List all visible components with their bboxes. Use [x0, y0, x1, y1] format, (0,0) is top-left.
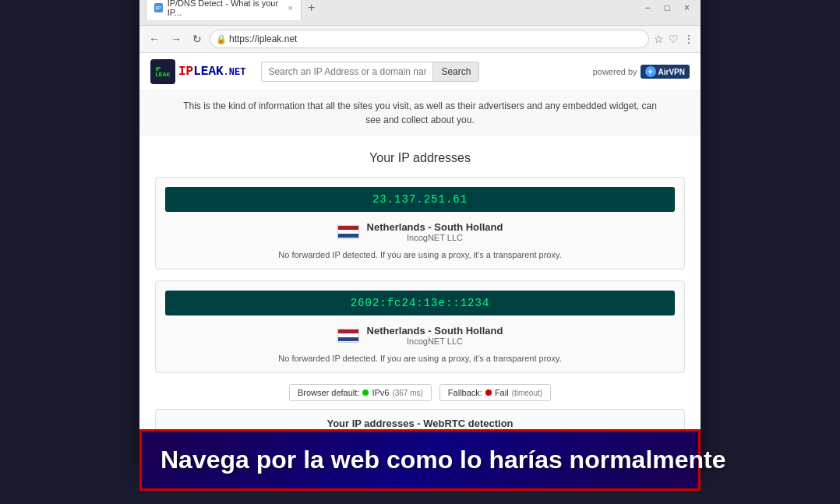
logo-net: .NET — [224, 67, 246, 78]
close-button[interactable]: × — [679, 1, 694, 15]
ip-info-row-2: Netherlands - South Holland IncogNET LLC — [165, 322, 675, 349]
bookmark-icon[interactable]: ☆ — [654, 33, 664, 45]
logo-ip: IP — [178, 65, 193, 79]
refresh-button[interactable]: ↻ — [189, 31, 205, 47]
lock-icon: 🔒 — [216, 34, 227, 44]
browser-default-badge: Browser default: IPv6 (367 ms) — [289, 384, 432, 401]
fallback-detail: (timeout) — [512, 389, 542, 397]
info-line1: This is the kind of information that all… — [183, 100, 657, 111]
ip-country-2: Netherlands - South Holland — [367, 325, 503, 337]
info-line2: see and collect about you. — [365, 115, 474, 125]
no-forward-1: No forwarded IP detected. If you are usi… — [165, 250, 675, 259]
new-tab-button[interactable]: + — [305, 1, 318, 15]
tab-title: IP/DNS Detect - What is your IP... — [168, 0, 281, 17]
tab-area: IP IP/DNS Detect - What is your IP... × … — [146, 0, 636, 20]
ip-provider-2: IncogNET LLC — [367, 337, 503, 346]
browser-default-label: Browser default: — [298, 388, 359, 397]
title-bar: IP IP/DNS Detect - What is your IP... × … — [139, 0, 701, 26]
search-button[interactable]: Search — [432, 62, 479, 82]
airvpn-logo: ✈ AirVPN — [641, 65, 690, 79]
netherlands-flag-2 — [337, 329, 359, 343]
logo-image: IPLEAK — [150, 59, 175, 84]
search-form: Search — [261, 62, 577, 82]
ip-location-2: Netherlands - South Holland IncogNET LLC — [367, 325, 503, 346]
fallback-dot — [485, 389, 492, 396]
search-input[interactable] — [261, 62, 432, 82]
ip-address-2: 2602:fc24:13e::1234 — [165, 291, 675, 315]
airvpn-label: AirVPN — [658, 68, 685, 76]
minimize-button[interactable]: − — [641, 1, 655, 15]
address-wrapper: 🔒 — [210, 30, 649, 48]
maximize-button[interactable]: □ — [660, 1, 675, 15]
webrtc-title: Your IP addresses - WebRTC detection — [167, 418, 673, 429]
address-bar-row: ← → ↻ 🔒 ☆ ♡ ⋮ — [139, 26, 701, 53]
browser-container: IP IP/DNS Detect - What is your IP... × … — [139, 13, 701, 491]
address-input[interactable] — [210, 30, 649, 48]
ip-address-1: 23.137.251.61 — [165, 187, 675, 212]
powered-by-text: powered by — [593, 67, 637, 76]
banner-text: Navega por la web como lo harías normalm… — [161, 446, 679, 474]
ip-country-1: Netherlands - South Holland — [367, 221, 503, 233]
logo-leak: LEAK — [193, 65, 223, 79]
ipv6-label: IPv6 — [372, 388, 389, 397]
page-content: IPLEAK IPLEAK.NET Search powered by ✈ Ai… — [139, 53, 701, 467]
bottom-banner: Navega por la web como lo harías normalm… — [139, 429, 701, 491]
forward-button[interactable]: → — [168, 31, 185, 47]
ipleak-logo: IPLEAK IPLEAK.NET — [150, 59, 245, 84]
fallback-label: Fallback: — [448, 388, 482, 397]
menu-icon[interactable]: ⋮ — [683, 33, 694, 45]
ip-section-title: Your IP addresses — [155, 151, 685, 165]
ipv6-ms: (367 ms) — [392, 389, 422, 397]
ipv6-dot — [362, 389, 369, 396]
window-controls: − □ × — [641, 1, 694, 15]
ip-provider-1: IncogNET LLC — [367, 233, 503, 242]
powered-by: powered by ✈ AirVPN — [593, 65, 690, 79]
no-forward-2: No forwarded IP detected. If you are usi… — [165, 354, 675, 363]
fallback-badge: Fallback: Fail (timeout) — [439, 384, 551, 401]
toolbar-icons: ☆ ♡ ⋮ — [654, 33, 694, 45]
fallback-status: Fail — [495, 388, 509, 397]
shield-icon[interactable]: ♡ — [669, 33, 679, 45]
main-content: Your IP addresses 23.137.251.61 Netherla… — [139, 136, 701, 467]
close-tab-button[interactable]: × — [288, 3, 293, 12]
airvpn-icon: ✈ — [645, 66, 656, 77]
ip-card-2: 2602:fc24:13e::1234 Netherlands - South … — [155, 280, 685, 373]
ipleak-navbar: IPLEAK IPLEAK.NET Search powered by ✈ Ai… — [139, 53, 701, 91]
browser-window: IP IP/DNS Detect - What is your IP... × … — [139, 0, 701, 467]
active-tab[interactable]: IP IP/DNS Detect - What is your IP... × — [146, 0, 302, 20]
info-banner: This is the kind of information that all… — [139, 91, 701, 136]
ip-location-1: Netherlands - South Holland IncogNET LLC — [367, 221, 503, 242]
protocol-row: Browser default: IPv6 (367 ms) Fallback:… — [155, 384, 685, 401]
ip-card-1: 23.137.251.61 Netherlands - South Hollan… — [155, 177, 685, 270]
back-button[interactable]: ← — [146, 31, 163, 47]
logo-text: IPLEAK.NET — [178, 65, 245, 79]
ip-info-row-1: Netherlands - South Holland IncogNET LLC — [165, 218, 675, 245]
netherlands-flag-1 — [337, 225, 359, 239]
tab-favicon: IP — [154, 3, 163, 12]
